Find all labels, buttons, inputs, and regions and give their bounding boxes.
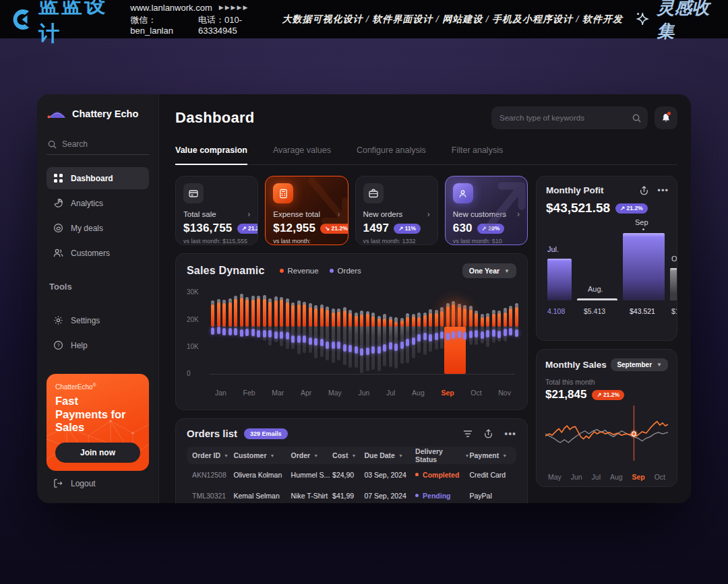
sales-dynamic-chart: 30K 20K 10K 0 JanFebMarAprMayJunJulAugSe… <box>187 284 516 397</box>
wave-bar <box>486 317 489 327</box>
line-chart <box>545 404 668 462</box>
briefcase-icon <box>363 183 384 203</box>
wave-bar <box>245 300 249 326</box>
wave-bar <box>366 348 369 355</box>
global-search[interactable] <box>491 106 648 129</box>
stat-card-new-orders[interactable]: New orders› 1497↗ 11% vs last month: 133… <box>355 176 438 245</box>
users-icon <box>53 248 63 258</box>
bar-label: Jul. <box>547 245 559 253</box>
stat-card-expense-total[interactable]: Expense total› $12,955↘ 21.2% vs last mo… <box>265 176 348 245</box>
sidebar-item-my-deals[interactable]: My deals <box>47 217 149 239</box>
column-header[interactable]: Delivery Status▼ <box>415 447 469 463</box>
wave-bar <box>366 314 369 326</box>
tab-value-comprasion[interactable]: Value comprasion <box>175 145 247 165</box>
wave-bar <box>309 337 312 345</box>
wave-bar <box>240 298 243 326</box>
sidebar-item-customers[interactable]: Customers <box>47 242 149 264</box>
month-label: Apr <box>301 389 311 397</box>
wave-bar <box>257 298 260 327</box>
banner-website: www.lanlanwork.com <box>130 3 212 13</box>
orders-table-header: Order ID▼Customer▼Order▼Cost▼Due Date▼De… <box>187 447 516 464</box>
payment: PayPal <box>469 492 510 500</box>
wave-bar <box>515 307 518 326</box>
stat-card-new-customers[interactable]: New customers› 630↗ 20% vs last month: 5… <box>445 176 528 245</box>
bar-sep <box>623 233 665 300</box>
wave-bar <box>412 317 415 326</box>
more-icon[interactable]: ••• <box>657 185 669 195</box>
order-item: Nike T-Shirt <box>291 492 332 500</box>
wave-bar <box>268 330 272 337</box>
x-label: Jun <box>571 473 582 481</box>
month-labels: JanFebMarAprMayJunJulAugSepOctNov <box>215 389 511 397</box>
column-header[interactable]: Payment▼ <box>469 451 510 459</box>
wave-bar <box>515 329 518 337</box>
bar-value: $43.521 <box>630 307 655 315</box>
orders-list-title: Orders list <box>187 428 237 439</box>
table-row[interactable]: TML30321Kemal SelmanNike T-Shirt$41,9907… <box>187 485 516 503</box>
tab-configure-analysis[interactable]: Configure analysis <box>357 145 426 164</box>
tab-filter-analysis[interactable]: Filter analysis <box>452 145 503 164</box>
column-header[interactable]: Order ID▼ <box>192 451 233 459</box>
banner-logo-text: 蓝蓝设计 <box>38 0 119 48</box>
column-header[interactable]: Customer▼ <box>233 451 291 459</box>
monthly-sales-chart <box>545 404 668 472</box>
chevron-down-icon: ▼ <box>270 453 275 458</box>
column-header[interactable]: Cost▼ <box>332 451 364 459</box>
filter-icon[interactable] <box>463 429 473 439</box>
wave-bar <box>348 313 352 326</box>
wave-bar <box>463 332 466 339</box>
global-search-input[interactable] <box>499 114 627 122</box>
marker-dot <box>642 228 644 230</box>
sidebar-item-analytics[interactable]: Analytics <box>47 192 149 214</box>
column-header[interactable]: Due Date▼ <box>364 451 415 459</box>
bar-aug <box>577 298 617 300</box>
series-sales <box>545 422 668 439</box>
wave-bar <box>286 302 289 326</box>
wave-bar <box>263 330 266 337</box>
sidebar-search[interactable]: Search <box>47 135 149 155</box>
wave-bar <box>481 331 484 339</box>
table-row[interactable]: AKN12508Olivera KolmanHummel S...$24,900… <box>187 464 516 485</box>
wave-bar <box>211 327 214 335</box>
monthly-profit-card: Monthly Pofit ••• $43,521.58 ↗ 21.2% <box>536 176 677 341</box>
wave-bar <box>360 348 363 356</box>
month-label: Jun <box>358 389 369 397</box>
search-icon <box>632 114 641 123</box>
column-header[interactable]: Order▼ <box>291 451 332 459</box>
wave-bar <box>251 300 255 326</box>
logout-button[interactable]: Logout <box>47 474 149 492</box>
wave-bar <box>268 302 272 327</box>
more-icon[interactable]: ••• <box>504 428 516 439</box>
wave-bar <box>343 344 346 352</box>
wave-bar <box>320 339 324 346</box>
wave-bar <box>452 331 455 339</box>
export-icon[interactable] <box>639 185 649 195</box>
search-icon <box>48 140 57 149</box>
chevron-right-icon[interactable]: › <box>247 209 250 219</box>
orders-list-card: Orders list 329 Emails ••• Order ID▼Cust… <box>175 418 528 503</box>
stat-card-total-sale[interactable]: Total sale› $136,755↗ 21.2% vs last mont… <box>175 176 258 245</box>
month-select[interactable]: September▼ <box>611 358 668 371</box>
join-now-button[interactable]: Join now <box>55 443 140 463</box>
status-badge: Completed <box>415 471 469 479</box>
sidebar-item-help[interactable]: ? Help <box>47 334 149 356</box>
month-label: Feb <box>243 389 255 397</box>
tab-avarage-values[interactable]: Avarage values <box>273 145 331 164</box>
notifications-button[interactable] <box>655 106 677 129</box>
wave-bar <box>371 346 375 354</box>
sales-dynamic-card: Sales Dynamic Revenue Orders One Year▼ 3… <box>175 253 528 410</box>
bar-jul <box>547 259 572 300</box>
wave-bar <box>417 334 421 342</box>
chevron-right-icon[interactable]: › <box>427 209 430 219</box>
y-tick: 20K <box>187 316 199 323</box>
wave-bar <box>332 313 335 327</box>
range-select[interactable]: One Year▼ <box>462 263 516 278</box>
bar-label: Aug. <box>588 285 603 293</box>
wave-bar <box>383 344 386 352</box>
app-brand: Chattery Echo <box>47 108 149 119</box>
sidebar-item-settings[interactable]: Settings <box>47 309 149 331</box>
wave-bar <box>234 328 237 335</box>
cost: $41,99 <box>332 492 364 500</box>
sidebar-item-dashboard[interactable]: Dashboard <box>47 167 149 189</box>
export-icon[interactable] <box>483 428 493 439</box>
